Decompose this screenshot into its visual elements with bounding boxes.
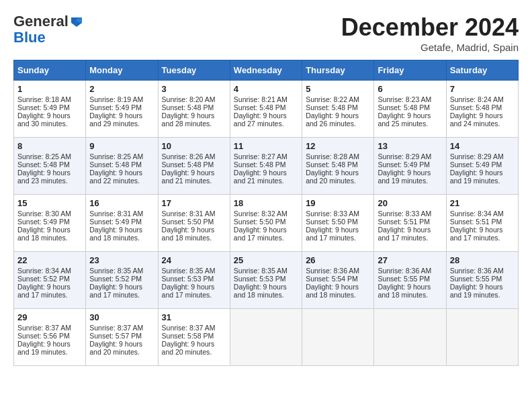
cell-line: Sunrise: 8:27 AM (234, 152, 298, 161)
calendar-week-row: 8Sunrise: 8:25 AMSunset: 5:48 PMDaylight… (14, 138, 519, 195)
cell-line: and 19 minutes. (17, 348, 82, 356)
cell-line: Sunset: 5:52 PM (17, 275, 82, 283)
cell-line: and 19 minutes. (450, 177, 515, 185)
table-cell: 9Sunrise: 8:25 AMSunset: 5:48 PMDaylight… (86, 138, 158, 195)
cell-line: Sunset: 5:49 PM (89, 218, 154, 226)
cell-line: Sunset: 5:49 PM (17, 218, 82, 226)
cell-line: Daylight: 9 hours (17, 283, 82, 291)
day-number: 2 (89, 84, 154, 94)
cell-line: Sunset: 5:51 PM (378, 218, 442, 226)
col-sunday: Sunday (14, 60, 86, 81)
table-cell: 1Sunrise: 8:18 AMSunset: 5:49 PMDaylight… (14, 81, 86, 138)
cell-line: Sunset: 5:53 PM (234, 275, 298, 283)
cell-line: Sunset: 5:49 PM (17, 103, 82, 111)
cell-line: Sunset: 5:55 PM (378, 275, 442, 283)
cell-line: Sunset: 5:56 PM (17, 332, 82, 340)
logo-blue: Blue (13, 30, 83, 46)
calendar-week-row: 1Sunrise: 8:18 AMSunset: 5:49 PMDaylight… (14, 81, 519, 138)
cell-line: and 26 minutes. (306, 120, 370, 128)
cell-line: Sunset: 5:49 PM (89, 103, 154, 111)
logo-general: General (13, 13, 69, 30)
cell-line: Daylight: 9 hours (450, 226, 515, 234)
cell-line: Sunrise: 8:31 AM (162, 210, 226, 218)
cell-line: Sunset: 5:48 PM (162, 103, 226, 111)
cell-line: Sunset: 5:57 PM (89, 332, 154, 340)
cell-line: and 25 minutes. (378, 120, 442, 128)
table-cell: 7Sunrise: 8:24 AMSunset: 5:48 PMDaylight… (446, 81, 518, 138)
cell-line: Daylight: 9 hours (17, 226, 82, 234)
cell-line: Daylight: 9 hours (89, 283, 154, 291)
cell-line: Sunrise: 8:37 AM (162, 324, 226, 332)
cell-line: Sunset: 5:53 PM (162, 275, 226, 283)
table-cell: 20Sunrise: 8:33 AMSunset: 5:51 PMDayligh… (374, 195, 446, 252)
day-number: 1 (17, 84, 82, 94)
page-header: General Blue December 2024 Getafe, Madri… (13, 13, 519, 53)
table-cell: 23Sunrise: 8:35 AMSunset: 5:52 PMDayligh… (86, 252, 158, 309)
cell-line: Sunrise: 8:35 AM (89, 267, 154, 275)
cell-line: and 19 minutes. (450, 291, 515, 299)
cell-line: Sunset: 5:54 PM (306, 275, 370, 283)
logo: General Blue (13, 13, 83, 46)
cell-line: Daylight: 9 hours (17, 340, 82, 348)
cell-line: Daylight: 9 hours (378, 169, 442, 177)
table-cell: 29Sunrise: 8:37 AMSunset: 5:56 PMDayligh… (14, 309, 86, 366)
cell-line: and 23 minutes. (17, 177, 82, 185)
cell-line: Daylight: 9 hours (162, 340, 226, 348)
cell-line: and 29 minutes. (89, 120, 154, 128)
table-cell: 22Sunrise: 8:34 AMSunset: 5:52 PMDayligh… (14, 252, 86, 309)
cell-line: Daylight: 9 hours (378, 111, 442, 120)
cell-line: Sunset: 5:58 PM (162, 332, 226, 340)
day-number: 3 (162, 84, 226, 94)
cell-line: Daylight: 9 hours (162, 226, 226, 234)
cell-line: and 20 minutes. (162, 348, 226, 356)
cell-line: Daylight: 9 hours (306, 226, 370, 234)
day-number: 31 (162, 312, 226, 322)
cell-line: Sunrise: 8:35 AM (162, 267, 226, 275)
day-number: 7 (450, 84, 515, 94)
day-number: 12 (306, 141, 370, 151)
cell-line: Daylight: 9 hours (378, 226, 442, 234)
cell-line: Sunset: 5:48 PM (306, 161, 370, 169)
cell-line: Daylight: 9 hours (234, 111, 298, 120)
cell-line: Sunrise: 8:37 AM (17, 324, 82, 332)
table-cell: 6Sunrise: 8:23 AMSunset: 5:48 PMDaylight… (374, 81, 446, 138)
day-number: 4 (234, 84, 298, 94)
day-number: 8 (17, 141, 82, 151)
logo-icon (70, 15, 83, 28)
cell-line: Sunrise: 8:33 AM (378, 210, 442, 218)
cell-line: Sunrise: 8:36 AM (306, 267, 370, 275)
cell-line: and 18 minutes. (234, 291, 298, 299)
table-cell: 18Sunrise: 8:32 AMSunset: 5:50 PMDayligh… (230, 195, 302, 252)
day-number: 18 (234, 198, 298, 208)
table-cell: 12Sunrise: 8:28 AMSunset: 5:48 PMDayligh… (302, 138, 374, 195)
calendar-week-row: 15Sunrise: 8:30 AMSunset: 5:49 PMDayligh… (14, 195, 519, 252)
cell-line: Sunset: 5:48 PM (450, 103, 515, 111)
day-number: 22 (17, 255, 82, 265)
cell-line: and 18 minutes. (306, 291, 370, 299)
cell-line: Sunset: 5:48 PM (234, 161, 298, 169)
cell-line: Sunrise: 8:26 AM (162, 152, 226, 161)
table-cell: 11Sunrise: 8:27 AMSunset: 5:48 PMDayligh… (230, 138, 302, 195)
cell-line: and 18 minutes. (17, 234, 82, 242)
col-monday: Monday (86, 60, 158, 81)
day-number: 11 (234, 141, 298, 151)
cell-line: Daylight: 9 hours (89, 226, 154, 234)
cell-line: Daylight: 9 hours (89, 169, 154, 177)
cell-line: Sunset: 5:50 PM (306, 218, 370, 226)
day-number: 25 (234, 255, 298, 265)
calendar-week-row: 22Sunrise: 8:34 AMSunset: 5:52 PMDayligh… (14, 252, 519, 309)
cell-line: and 20 minutes. (89, 348, 154, 356)
cell-line: and 24 minutes. (450, 120, 515, 128)
cell-line: Daylight: 9 hours (306, 283, 370, 291)
day-number: 29 (17, 312, 82, 322)
cell-line: Sunrise: 8:18 AM (17, 95, 82, 103)
day-number: 6 (378, 84, 442, 94)
cell-line: Daylight: 9 hours (450, 111, 515, 120)
day-number: 26 (306, 255, 370, 265)
cell-line: Sunrise: 8:24 AM (450, 95, 515, 103)
calendar-header-row: Sunday Monday Tuesday Wednesday Thursday… (14, 60, 519, 81)
cell-line: Sunrise: 8:25 AM (89, 152, 154, 161)
day-number: 10 (162, 141, 226, 151)
cell-line: Daylight: 9 hours (89, 340, 154, 348)
col-thursday: Thursday (302, 60, 374, 81)
